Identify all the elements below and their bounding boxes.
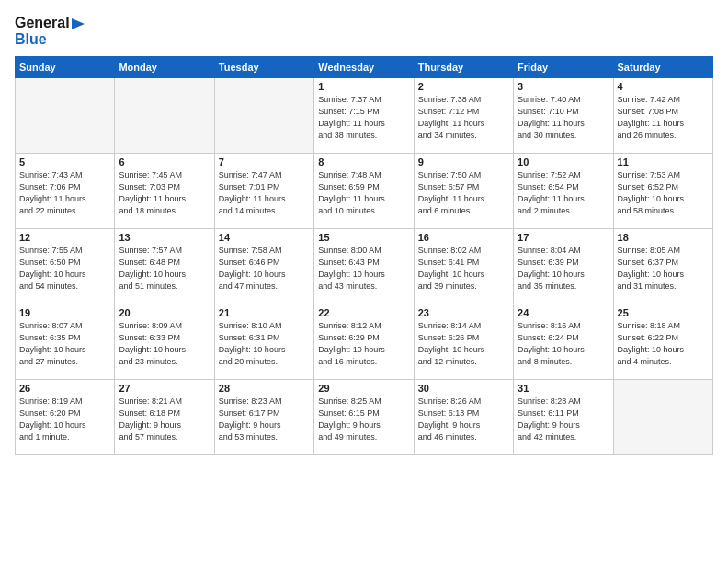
day-info: Sunrise: 7:42 AM Sunset: 7:08 PM Dayligh… <box>618 94 709 142</box>
day-info: Sunrise: 8:10 AM Sunset: 6:31 PM Dayligh… <box>219 320 310 368</box>
day-number: 13 <box>119 232 210 243</box>
calendar-cell: 26Sunrise: 8:19 AM Sunset: 6:20 PM Dayli… <box>16 380 115 455</box>
calendar-cell: 20Sunrise: 8:09 AM Sunset: 6:33 PM Dayli… <box>115 304 214 380</box>
day-info: Sunrise: 7:57 AM Sunset: 6:48 PM Dayligh… <box>119 245 210 293</box>
day-number: 9 <box>418 156 509 167</box>
day-info: Sunrise: 7:45 AM Sunset: 7:03 PM Dayligh… <box>119 169 210 217</box>
day-number: 27 <box>119 383 210 394</box>
day-info: Sunrise: 7:53 AM Sunset: 6:52 PM Dayligh… <box>618 169 709 217</box>
calendar-cell: 11Sunrise: 7:53 AM Sunset: 6:52 PM Dayli… <box>613 154 712 229</box>
day-number: 24 <box>518 307 609 318</box>
page: General Blue SundayMondayTuesdayWednesda… <box>0 0 728 563</box>
calendar-cell: 7Sunrise: 7:47 AM Sunset: 7:01 PM Daylig… <box>214 154 313 229</box>
day-number: 29 <box>318 383 409 394</box>
day-info: Sunrise: 8:25 AM Sunset: 6:15 PM Dayligh… <box>318 396 409 443</box>
day-number: 22 <box>318 307 409 318</box>
calendar-cell: 9Sunrise: 7:50 AM Sunset: 6:57 PM Daylig… <box>414 154 513 229</box>
calendar-cell: 16Sunrise: 8:02 AM Sunset: 6:41 PM Dayli… <box>414 229 513 304</box>
day-number: 21 <box>219 307 310 318</box>
day-number: 15 <box>318 232 409 243</box>
calendar-cell: 6Sunrise: 7:45 AM Sunset: 7:03 PM Daylig… <box>115 154 214 229</box>
day-number: 7 <box>219 156 310 167</box>
calendar-cell <box>16 78 115 154</box>
calendar-cell: 3Sunrise: 7:40 AM Sunset: 7:10 PM Daylig… <box>514 78 613 154</box>
calendar-cell: 1Sunrise: 7:37 AM Sunset: 7:15 PM Daylig… <box>314 78 414 154</box>
day-number: 31 <box>518 383 609 394</box>
day-number: 10 <box>518 156 609 167</box>
week-row-0: 1Sunrise: 7:37 AM Sunset: 7:15 PM Daylig… <box>16 78 713 154</box>
day-info: Sunrise: 8:14 AM Sunset: 6:26 PM Dayligh… <box>418 320 509 368</box>
calendar-cell: 21Sunrise: 8:10 AM Sunset: 6:31 PM Dayli… <box>214 304 313 380</box>
calendar-cell: 25Sunrise: 8:18 AM Sunset: 6:22 PM Dayli… <box>613 304 712 380</box>
day-number: 19 <box>19 307 110 318</box>
calendar: SundayMondayTuesdayWednesdayThursdayFrid… <box>15 56 713 455</box>
week-row-2: 12Sunrise: 7:55 AM Sunset: 6:50 PM Dayli… <box>16 229 713 304</box>
calendar-cell: 27Sunrise: 8:21 AM Sunset: 6:18 PM Dayli… <box>115 380 214 455</box>
calendar-cell: 13Sunrise: 7:57 AM Sunset: 6:48 PM Dayli… <box>115 229 214 304</box>
day-number: 30 <box>418 383 509 394</box>
header: General Blue <box>15 15 713 47</box>
col-header-tuesday: Tuesday <box>214 57 313 78</box>
day-number: 12 <box>19 232 110 243</box>
col-header-monday: Monday <box>115 57 214 78</box>
day-info: Sunrise: 8:05 AM Sunset: 6:37 PM Dayligh… <box>618 245 709 293</box>
day-info: Sunrise: 7:58 AM Sunset: 6:46 PM Dayligh… <box>219 245 310 293</box>
day-info: Sunrise: 7:52 AM Sunset: 6:54 PM Dayligh… <box>518 169 609 217</box>
day-number: 23 <box>418 307 509 318</box>
col-header-friday: Friday <box>514 57 613 78</box>
day-number: 14 <box>219 232 310 243</box>
week-row-1: 5Sunrise: 7:43 AM Sunset: 7:06 PM Daylig… <box>16 154 713 229</box>
day-number: 11 <box>618 156 709 167</box>
calendar-cell: 15Sunrise: 8:00 AM Sunset: 6:43 PM Dayli… <box>314 229 414 304</box>
calendar-cell: 12Sunrise: 7:55 AM Sunset: 6:50 PM Dayli… <box>16 229 115 304</box>
col-header-sunday: Sunday <box>16 57 115 78</box>
col-header-saturday: Saturday <box>613 57 712 78</box>
day-number: 25 <box>618 307 709 318</box>
day-info: Sunrise: 8:02 AM Sunset: 6:41 PM Dayligh… <box>418 245 509 293</box>
day-number: 18 <box>618 232 709 243</box>
calendar-cell: 23Sunrise: 8:14 AM Sunset: 6:26 PM Dayli… <box>414 304 513 380</box>
day-info: Sunrise: 7:37 AM Sunset: 7:15 PM Dayligh… <box>318 94 409 142</box>
day-number: 20 <box>119 307 210 318</box>
day-info: Sunrise: 8:07 AM Sunset: 6:35 PM Dayligh… <box>19 320 110 368</box>
calendar-cell: 22Sunrise: 8:12 AM Sunset: 6:29 PM Dayli… <box>314 304 414 380</box>
day-info: Sunrise: 7:47 AM Sunset: 7:01 PM Dayligh… <box>219 169 310 217</box>
col-header-wednesday: Wednesday <box>314 57 414 78</box>
day-info: Sunrise: 7:38 AM Sunset: 7:12 PM Dayligh… <box>418 94 509 142</box>
calendar-cell: 17Sunrise: 8:04 AM Sunset: 6:39 PM Dayli… <box>514 229 613 304</box>
calendar-cell: 2Sunrise: 7:38 AM Sunset: 7:12 PM Daylig… <box>414 78 513 154</box>
day-number: 5 <box>19 156 110 167</box>
week-row-3: 19Sunrise: 8:07 AM Sunset: 6:35 PM Dayli… <box>16 304 713 380</box>
day-number: 2 <box>418 81 509 92</box>
day-info: Sunrise: 7:50 AM Sunset: 6:57 PM Dayligh… <box>418 169 509 217</box>
col-header-thursday: Thursday <box>414 57 513 78</box>
day-number: 1 <box>318 81 409 92</box>
calendar-header-row: SundayMondayTuesdayWednesdayThursdayFrid… <box>16 57 713 78</box>
week-row-4: 26Sunrise: 8:19 AM Sunset: 6:20 PM Dayli… <box>16 380 713 455</box>
day-info: Sunrise: 8:16 AM Sunset: 6:24 PM Dayligh… <box>518 320 609 368</box>
calendar-cell: 14Sunrise: 7:58 AM Sunset: 6:46 PM Dayli… <box>214 229 313 304</box>
day-info: Sunrise: 8:04 AM Sunset: 6:39 PM Dayligh… <box>518 245 609 293</box>
calendar-cell: 28Sunrise: 8:23 AM Sunset: 6:17 PM Dayli… <box>214 380 313 455</box>
calendar-cell: 18Sunrise: 8:05 AM Sunset: 6:37 PM Dayli… <box>613 229 712 304</box>
day-number: 26 <box>19 383 110 394</box>
calendar-cell <box>214 78 313 154</box>
calendar-cell: 24Sunrise: 8:16 AM Sunset: 6:24 PM Dayli… <box>514 304 613 380</box>
day-number: 8 <box>318 156 409 167</box>
calendar-cell: 19Sunrise: 8:07 AM Sunset: 6:35 PM Dayli… <box>16 304 115 380</box>
day-number: 17 <box>518 232 609 243</box>
day-info: Sunrise: 8:12 AM Sunset: 6:29 PM Dayligh… <box>318 320 409 368</box>
logo: General Blue <box>15 15 70 47</box>
day-info: Sunrise: 7:48 AM Sunset: 6:59 PM Dayligh… <box>318 169 409 217</box>
day-number: 6 <box>119 156 210 167</box>
day-info: Sunrise: 8:28 AM Sunset: 6:11 PM Dayligh… <box>518 396 609 443</box>
day-info: Sunrise: 8:00 AM Sunset: 6:43 PM Dayligh… <box>318 245 409 293</box>
day-number: 4 <box>618 81 709 92</box>
calendar-cell: 10Sunrise: 7:52 AM Sunset: 6:54 PM Dayli… <box>514 154 613 229</box>
day-info: Sunrise: 7:40 AM Sunset: 7:10 PM Dayligh… <box>518 94 609 142</box>
calendar-cell: 30Sunrise: 8:26 AM Sunset: 6:13 PM Dayli… <box>414 380 513 455</box>
day-info: Sunrise: 8:18 AM Sunset: 6:22 PM Dayligh… <box>618 320 709 368</box>
calendar-cell: 8Sunrise: 7:48 AM Sunset: 6:59 PM Daylig… <box>314 154 414 229</box>
day-info: Sunrise: 7:55 AM Sunset: 6:50 PM Dayligh… <box>19 245 110 293</box>
calendar-cell: 4Sunrise: 7:42 AM Sunset: 7:08 PM Daylig… <box>613 78 712 154</box>
